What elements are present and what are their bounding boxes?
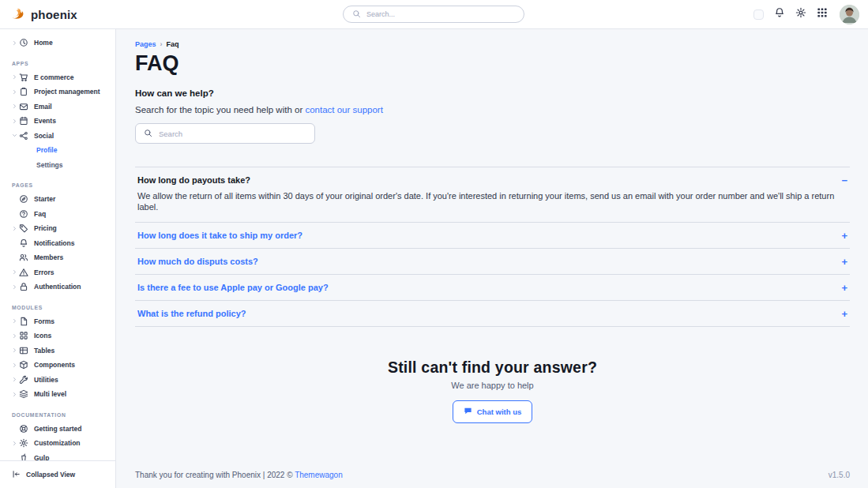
faq-question[interactable]: How long do payouts take?−: [135, 167, 850, 188]
lifering-icon: [19, 424, 28, 434]
caret-right-icon[interactable]: [12, 226, 19, 231]
chat-button-label: Chat with us: [477, 407, 521, 416]
sidebar-item-gulp[interactable]: Gulp: [0, 451, 115, 461]
expand-icon[interactable]: +: [841, 309, 847, 319]
sidebar-item-email[interactable]: Email: [0, 99, 115, 114]
global-search-input[interactable]: [366, 10, 515, 18]
faq-question[interactable]: What is the refund policy?+: [135, 301, 850, 326]
warning-icon: [19, 268, 28, 277]
sidebar-item-label: Getting started: [34, 425, 81, 433]
caret-right-icon[interactable]: [12, 392, 19, 397]
collapse-left-icon: [12, 470, 21, 480]
caret-right-icon[interactable]: [12, 284, 19, 290]
faq-question[interactable]: Is there a fee to use Apple pay or Googl…: [135, 275, 850, 300]
envelope-icon: [19, 102, 28, 111]
collapse-sidebar-button[interactable]: Collapsed View: [0, 460, 116, 488]
gear-icon[interactable]: [795, 7, 806, 21]
sidebar-item-label: Starter: [34, 195, 55, 203]
breadcrumb-current: Faq: [167, 40, 179, 48]
caret-right-icon[interactable]: [12, 377, 19, 382]
share-icon: [19, 131, 28, 141]
chat-with-us-button[interactable]: Chat with us: [453, 400, 532, 423]
brand-name: phoenix: [31, 8, 77, 21]
search-icon: [144, 126, 152, 141]
sidebar-item-utilities[interactable]: Utilities: [0, 373, 115, 388]
expand-icon[interactable]: +: [841, 283, 847, 293]
sidebar-item-tables[interactable]: Tables: [0, 343, 115, 358]
sidebar-item-errors[interactable]: Errors: [0, 265, 115, 280]
faq-item: How much do disputs costs?+: [135, 249, 850, 275]
sidebar-item-events[interactable]: Events: [0, 114, 115, 129]
faq-answer: We allow the return of all items within …: [135, 188, 850, 223]
wrench-icon: [19, 375, 28, 385]
caret-right-icon[interactable]: [12, 103, 19, 109]
help-heading: How can we help?: [135, 88, 850, 98]
expand-icon[interactable]: +: [841, 257, 847, 267]
caret-right-icon[interactable]: [12, 118, 19, 124]
faq-search[interactable]: [135, 123, 315, 144]
caret-right-icon[interactable]: [12, 74, 19, 80]
sidebar-item-e-commerce[interactable]: E commerce: [0, 70, 115, 85]
sidebar-item-label: Components: [34, 361, 75, 369]
faq-question[interactable]: How long does it take to ship my order?+: [135, 223, 850, 248]
sidebar-item-notifications[interactable]: Notifications: [0, 236, 115, 251]
sidebar-item-components[interactable]: Components: [0, 358, 115, 373]
caret-right-icon[interactable]: [12, 347, 19, 353]
collapse-icon[interactable]: −: [841, 175, 847, 186]
sidebar-item-customization[interactable]: Customization: [0, 436, 115, 451]
caret-right-icon[interactable]: [12, 269, 19, 275]
page-title: FAQ: [135, 51, 850, 76]
expand-icon[interactable]: +: [841, 231, 847, 241]
sidebar-item-label: Email: [34, 103, 52, 111]
faq-search-input[interactable]: [159, 130, 306, 138]
breadcrumb-pages-link[interactable]: Pages: [135, 40, 156, 48]
apps-grid-glyph: [817, 7, 828, 21]
bell-icon[interactable]: [774, 7, 785, 21]
sidebar-item-icons[interactable]: Icons: [0, 328, 115, 343]
clipboard-icon: [19, 87, 28, 96]
calendar-icon: [19, 116, 28, 126]
caret-down-icon[interactable]: [12, 133, 19, 138]
sidebar-item-settings[interactable]: Settings: [0, 158, 115, 173]
sidebar-item-forms[interactable]: Forms: [0, 314, 115, 329]
avatar[interactable]: [840, 5, 859, 24]
grid-icon: [19, 331, 28, 340]
sidebar-item-label: Profile: [36, 146, 57, 154]
sidebar: HomeAPPSE commerceProject managementEmai…: [0, 29, 116, 460]
caret-right-icon[interactable]: [12, 89, 19, 95]
sidebar-item-pricing[interactable]: Pricing: [0, 221, 115, 236]
sidebar-item-home[interactable]: Home: [0, 36, 115, 51]
footer-text: Thank you for creating with Phoenix | 20…: [135, 471, 295, 479]
caret-right-icon[interactable]: [12, 441, 19, 446]
theme-toggle[interactable]: [753, 9, 764, 20]
faq-item: How long do payouts take?−We allow the r…: [135, 167, 850, 223]
themewagon-link[interactable]: Themewagon: [295, 471, 343, 479]
caret-right-icon[interactable]: [12, 40, 19, 46]
lock-icon: [19, 282, 28, 291]
sidebar-item-profile[interactable]: Profile: [0, 143, 115, 158]
clock-icon: [19, 38, 28, 47]
sidebar-item-label: Multi level: [34, 390, 66, 398]
faq-question-text: Is there a fee to use Apple pay or Googl…: [137, 283, 329, 292]
cta-title: Still can't find your answer?: [135, 358, 850, 377]
sidebar-item-authentication[interactable]: Authentication: [0, 280, 115, 295]
global-search[interactable]: [343, 6, 524, 23]
faq-item: How long does it take to ship my order?+: [135, 223, 850, 249]
faq-question[interactable]: How much do disputs costs?+: [135, 249, 850, 274]
question-circle-icon: [19, 209, 28, 219]
sidebar-section-pages: PAGES: [0, 182, 115, 188]
brand-logo[interactable]: phoenix: [10, 0, 77, 28]
sidebar-item-project-management[interactable]: Project management: [0, 84, 115, 99]
sidebar-item-starter[interactable]: Starter: [0, 192, 115, 207]
gear-glyph: [795, 7, 806, 21]
sidebar-item-social[interactable]: Social: [0, 129, 115, 144]
sidebar-item-getting-started[interactable]: Getting started: [0, 422, 115, 437]
caret-right-icon[interactable]: [12, 318, 19, 324]
contact-support-link[interactable]: contact our support: [305, 105, 382, 114]
sidebar-item-multi-level[interactable]: Multi level: [0, 387, 115, 402]
apps-grid-icon[interactable]: [817, 7, 828, 21]
sidebar-item-faq[interactable]: Faq: [0, 207, 115, 222]
sidebar-item-members[interactable]: Members: [0, 250, 115, 265]
caret-right-icon[interactable]: [12, 362, 19, 368]
caret-right-icon[interactable]: [12, 333, 19, 339]
